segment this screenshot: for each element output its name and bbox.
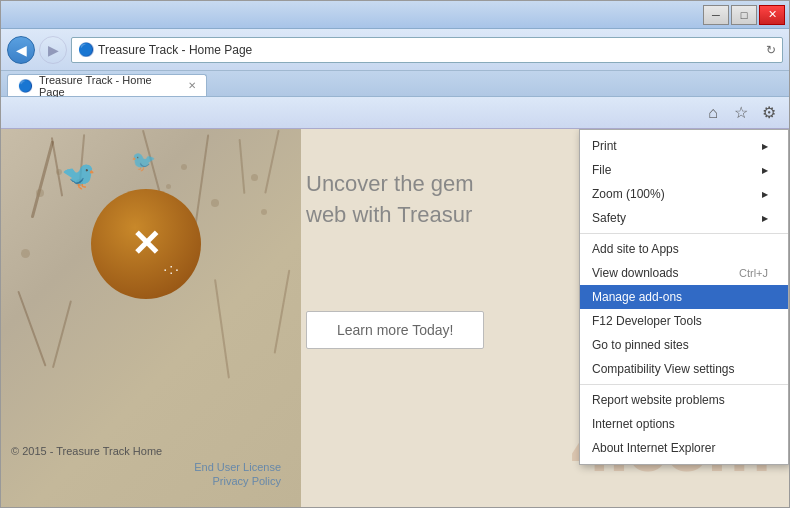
branch-8 (17, 291, 46, 367)
menu-item-file[interactable]: File (580, 158, 788, 182)
menu-separator (580, 384, 788, 385)
menu-item-safety[interactable]: Safety (580, 206, 788, 230)
headline-line2: web with Treasur (306, 202, 472, 227)
menu-separator (580, 233, 788, 234)
logo-dots: ·:· (163, 261, 181, 277)
tab-close-button[interactable]: ✕ (188, 80, 196, 91)
leaf-6 (211, 199, 219, 207)
menu-item-compatibility-view-settings[interactable]: Compatibility View settings (580, 357, 788, 381)
close-button[interactable]: ✕ (759, 5, 785, 25)
menu-item-manage-add-ons[interactable]: Manage add-ons (580, 285, 788, 309)
menu-item-zoom-(100%)[interactable]: Zoom (100%) (580, 182, 788, 206)
logo-x: ✕ (131, 223, 161, 265)
minimize-button[interactable]: ─ (703, 5, 729, 25)
menu-item-view-downloads[interactable]: View downloadsCtrl+J (580, 261, 788, 285)
context-menu: PrintFileZoom (100%)SafetyAdd site to Ap… (579, 129, 789, 465)
menu-item-label: Print (592, 139, 617, 153)
menu-item-go-to-pinned-sites[interactable]: Go to pinned sites (580, 333, 788, 357)
nav-bar: ◀ ▶ 🔵 Treasure Track - Home Page ↻ (1, 29, 789, 71)
privacy-link[interactable]: Privacy Policy (11, 475, 301, 487)
content-area: 🐦 🐦 ✕ ·:· © 2015 - Treasure Track Home E… (1, 129, 789, 507)
active-tab[interactable]: 🔵 Treasure Track - Home Page ✕ (7, 74, 207, 96)
menu-item-label: Add site to Apps (592, 242, 679, 256)
tab-title: Treasure Track - Home Page (39, 74, 178, 98)
leaf-9 (261, 209, 267, 215)
bird-right: 🐦 (131, 149, 156, 173)
tab-bar: 🔵 Treasure Track - Home Page ✕ (1, 71, 789, 97)
leaf-1 (36, 189, 44, 197)
menu-item-label: Go to pinned sites (592, 338, 689, 352)
bird-left: 🐦 (61, 159, 96, 192)
main-text-area: Uncover the gem web with Treasur Learn m… (306, 169, 589, 349)
footer-copyright: © 2015 - Treasure Track Home (11, 445, 301, 457)
logo-circle: ✕ ·:· (91, 189, 201, 299)
address-text: Treasure Track - Home Page (98, 43, 762, 57)
menu-item-about-internet-explorer[interactable]: About Internet Explorer (580, 436, 788, 460)
menu-item-shortcut: Ctrl+J (739, 267, 768, 279)
branch-1 (31, 140, 55, 218)
favorites-icon[interactable]: ☆ (729, 101, 753, 125)
eula-link[interactable]: End User License (11, 461, 301, 473)
left-panel: 🐦 🐦 ✕ ·:· © 2015 - Treasure Track Home E… (1, 129, 301, 507)
menu-item-label: Report website problems (592, 393, 725, 407)
back-button[interactable]: ◀ (7, 36, 35, 64)
site-footer: © 2015 - Treasure Track Home End User Li… (11, 445, 301, 487)
menu-item-add-site-to-apps[interactable]: Add site to Apps (580, 237, 788, 261)
title-bar: ─ □ ✕ (1, 1, 789, 29)
cta-button[interactable]: Learn more Today! (306, 311, 484, 349)
toolbar-strip: ⌂ ☆ ⚙ (1, 97, 789, 129)
menu-item-label: Safety (592, 211, 626, 225)
headline-line1: Uncover the gem (306, 171, 474, 196)
menu-item-label: Internet options (592, 417, 675, 431)
branch-11 (274, 270, 291, 354)
leaf-8 (21, 249, 30, 258)
menu-item-print[interactable]: Print (580, 134, 788, 158)
refresh-button[interactable]: ↻ (766, 43, 776, 57)
address-icon: 🔵 (78, 42, 94, 57)
branch-6 (239, 139, 246, 194)
menu-item-report-website-problems[interactable]: Report website problems (580, 388, 788, 412)
leaf-7 (251, 174, 258, 181)
maximize-button[interactable]: □ (731, 5, 757, 25)
menu-item-label: About Internet Explorer (592, 441, 715, 455)
address-bar[interactable]: 🔵 Treasure Track - Home Page ↻ (71, 37, 783, 63)
branch-7 (264, 130, 279, 194)
leaf-5 (181, 164, 187, 170)
menu-item-f12-developer-tools[interactable]: F12 Developer Tools (580, 309, 788, 333)
branch-10 (214, 279, 230, 378)
gear-icon[interactable]: ⚙ (757, 101, 781, 125)
home-icon[interactable]: ⌂ (701, 101, 725, 125)
tab-favicon: 🔵 (18, 79, 33, 93)
branch-9 (52, 300, 72, 368)
browser-window: ─ □ ✕ ◀ ▶ 🔵 Treasure Track - Home Page ↻… (0, 0, 790, 508)
menu-item-label: F12 Developer Tools (592, 314, 702, 328)
window-controls: ─ □ ✕ (703, 5, 785, 25)
menu-item-label: Manage add-ons (592, 290, 682, 304)
menu-item-label: File (592, 163, 611, 177)
forward-button[interactable]: ▶ (39, 36, 67, 64)
menu-item-internet-options[interactable]: Internet options (580, 412, 788, 436)
menu-item-label: View downloads (592, 266, 679, 280)
footer-links: End User License Privacy Policy (11, 461, 301, 487)
menu-item-label: Zoom (100%) (592, 187, 665, 201)
headline: Uncover the gem web with Treasur (306, 169, 589, 231)
menu-item-label: Compatibility View settings (592, 362, 735, 376)
